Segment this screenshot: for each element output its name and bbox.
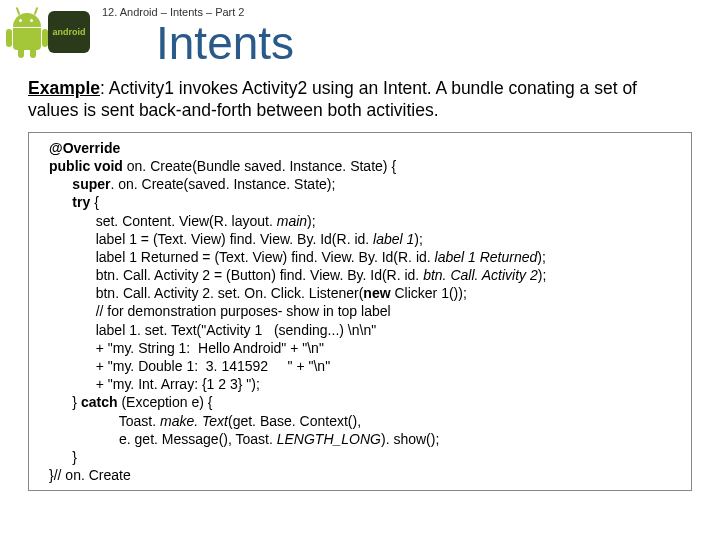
code-block: @Override public void on. Create(Bundle … xyxy=(28,132,692,492)
slide-title: Intents xyxy=(96,16,294,70)
android-robot-icon xyxy=(8,9,46,55)
example-paragraph: Example: Activity1 invokes Activity2 usi… xyxy=(28,78,692,122)
android-logo: android xyxy=(8,4,96,60)
example-label: Example xyxy=(28,78,100,98)
android-badge-icon: android xyxy=(48,11,90,53)
slide-content: Example: Activity1 invokes Activity2 usi… xyxy=(0,70,720,491)
example-body: : Activity1 invokes Activity2 using an I… xyxy=(28,78,637,120)
slide-header: android 12. Android – Intents – Part 2 I… xyxy=(0,0,720,70)
